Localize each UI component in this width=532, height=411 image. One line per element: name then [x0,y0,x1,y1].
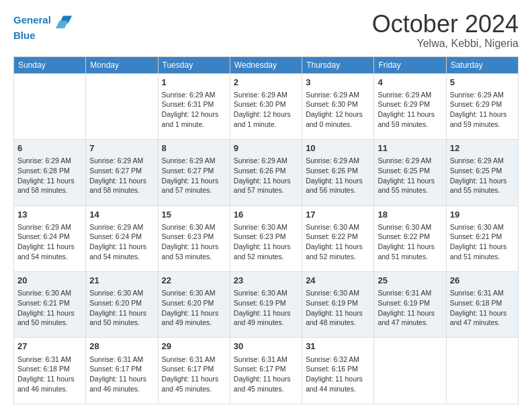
sunset-text: Sunset: 6:18 PM [17,364,82,374]
sunrise-text: Sunrise: 6:29 AM [234,90,298,100]
table-row: 2Sunrise: 6:29 AMSunset: 6:30 PMDaylight… [230,73,302,139]
table-row: 10Sunrise: 6:29 AMSunset: 6:26 PMDayligh… [302,140,374,205]
daylight-text: Daylight: 11 hours and 54 minutes. [89,242,154,261]
daylight-text: Daylight: 11 hours and 52 minutes. [234,242,298,261]
table-row: 9Sunrise: 6:29 AMSunset: 6:26 PMDaylight… [230,140,302,205]
sunset-text: Sunset: 6:23 PM [162,232,226,242]
sunrise-text: Sunrise: 6:29 AM [162,156,226,166]
table-row: 29Sunrise: 6:31 AMSunset: 6:17 PMDayligh… [158,338,230,404]
daylight-text: Daylight: 11 hours and 52 minutes. [306,242,370,261]
sunrise-text: Sunrise: 6:31 AM [17,355,82,365]
sunrise-text: Sunrise: 6:29 AM [17,222,82,232]
col-sunday: Sunday [14,56,86,73]
sunset-text: Sunset: 6:20 PM [162,298,226,308]
sunrise-text: Sunrise: 6:31 AM [89,355,154,365]
sunset-text: Sunset: 6:30 PM [306,99,370,109]
day-number: 21 [89,275,154,287]
sunrise-text: Sunrise: 6:29 AM [450,156,515,166]
sunrise-text: Sunrise: 6:30 AM [450,222,515,232]
sunset-text: Sunset: 6:25 PM [378,166,442,176]
table-row [86,73,158,139]
daylight-text: Daylight: 11 hours and 57 minutes. [234,176,298,195]
table-row [14,73,86,139]
calendar-week-row: 6Sunrise: 6:29 AMSunset: 6:28 PMDaylight… [14,140,519,205]
daylight-text: Daylight: 12 hours and 1 minute. [162,109,226,129]
table-row: 14Sunrise: 6:29 AMSunset: 6:24 PMDayligh… [86,205,158,271]
logo: General Blue [13,11,73,42]
sunrise-text: Sunrise: 6:31 AM [378,288,442,298]
daylight-text: Daylight: 11 hours and 55 minutes. [378,176,442,195]
table-row: 13Sunrise: 6:29 AMSunset: 6:24 PMDayligh… [14,205,86,271]
sunset-text: Sunset: 6:31 PM [162,99,226,109]
table-row: 6Sunrise: 6:29 AMSunset: 6:28 PMDaylight… [14,140,86,205]
sunset-text: Sunset: 6:24 PM [89,232,154,242]
daylight-text: Daylight: 11 hours and 45 minutes. [234,374,298,394]
sunrise-text: Sunrise: 6:29 AM [89,222,154,232]
sunrise-text: Sunrise: 6:29 AM [306,90,370,100]
table-row: 20Sunrise: 6:30 AMSunset: 6:21 PMDayligh… [14,272,86,338]
daylight-text: Daylight: 11 hours and 53 minutes. [162,242,226,261]
table-row: 21Sunrise: 6:30 AMSunset: 6:20 PMDayligh… [86,272,158,338]
day-number: 3 [306,77,370,89]
day-number: 19 [450,209,515,221]
sunset-text: Sunset: 6:26 PM [234,166,298,176]
table-row: 12Sunrise: 6:29 AMSunset: 6:25 PMDayligh… [446,140,518,205]
day-number: 13 [17,209,82,221]
sunset-text: Sunset: 6:17 PM [89,364,154,374]
day-number: 14 [89,209,154,221]
daylight-text: Daylight: 11 hours and 50 minutes. [17,308,82,328]
sunrise-text: Sunrise: 6:31 AM [234,355,298,365]
table-row: 26Sunrise: 6:31 AMSunset: 6:18 PMDayligh… [446,272,518,338]
sunrise-text: Sunrise: 6:32 AM [306,355,370,365]
day-number: 18 [378,209,442,221]
daylight-text: Daylight: 11 hours and 48 minutes. [306,308,370,328]
calendar-week-row: 27Sunrise: 6:31 AMSunset: 6:18 PMDayligh… [14,338,519,404]
calendar: Sunday Monday Tuesday Wednesday Thursday… [13,56,519,404]
day-number: 17 [306,209,370,221]
sunrise-text: Sunrise: 6:29 AM [162,90,226,100]
table-row: 30Sunrise: 6:31 AMSunset: 6:17 PMDayligh… [230,338,302,404]
logo-text: General [13,14,51,26]
sunrise-text: Sunrise: 6:30 AM [17,288,82,298]
daylight-text: Daylight: 11 hours and 44 minutes. [306,374,370,394]
sunrise-text: Sunrise: 6:29 AM [378,156,442,166]
sunset-text: Sunset: 6:22 PM [306,232,370,242]
sunset-text: Sunset: 6:16 PM [306,364,370,374]
daylight-text: Daylight: 11 hours and 49 minutes. [234,308,298,328]
page-subtitle: Yelwa, Kebbi, Nigeria [372,38,519,50]
sunset-text: Sunset: 6:28 PM [17,166,82,176]
daylight-text: Daylight: 12 hours and 1 minute. [234,109,298,129]
calendar-week-row: 20Sunrise: 6:30 AMSunset: 6:21 PMDayligh… [14,272,519,338]
sunset-text: Sunset: 6:24 PM [17,232,82,242]
header: General Blue October 2024 Yelwa, Kebbi, … [13,11,519,50]
table-row: 24Sunrise: 6:30 AMSunset: 6:19 PMDayligh… [302,272,374,338]
day-number: 2 [234,77,298,89]
sunset-text: Sunset: 6:21 PM [17,298,82,308]
day-number: 1 [162,77,226,89]
col-wednesday: Wednesday [230,56,302,73]
col-friday: Friday [374,56,446,73]
day-number: 28 [89,340,154,353]
sunset-text: Sunset: 6:20 PM [89,298,154,308]
calendar-week-row: 1Sunrise: 6:29 AMSunset: 6:31 PMDaylight… [14,73,519,139]
col-thursday: Thursday [302,56,374,73]
day-number: 29 [162,340,226,353]
sunrise-text: Sunrise: 6:31 AM [162,355,226,365]
table-row: 28Sunrise: 6:31 AMSunset: 6:17 PMDayligh… [86,338,158,404]
sunset-text: Sunset: 6:25 PM [450,166,515,176]
sunset-text: Sunset: 6:27 PM [162,166,226,176]
day-number: 8 [162,142,226,154]
daylight-text: Daylight: 11 hours and 46 minutes. [89,374,154,394]
day-number: 7 [89,142,154,154]
day-number: 24 [306,275,370,287]
svg-marker-1 [56,21,69,28]
sunrise-text: Sunrise: 6:29 AM [306,156,370,166]
table-row: 18Sunrise: 6:30 AMSunset: 6:22 PMDayligh… [374,205,446,271]
day-number: 12 [450,142,515,154]
table-row: 8Sunrise: 6:29 AMSunset: 6:27 PMDaylight… [158,140,230,205]
day-number: 5 [450,77,515,89]
day-number: 11 [378,142,442,154]
sunset-text: Sunset: 6:18 PM [450,298,515,308]
day-number: 20 [17,275,82,287]
daylight-text: Daylight: 11 hours and 57 minutes. [162,176,226,195]
